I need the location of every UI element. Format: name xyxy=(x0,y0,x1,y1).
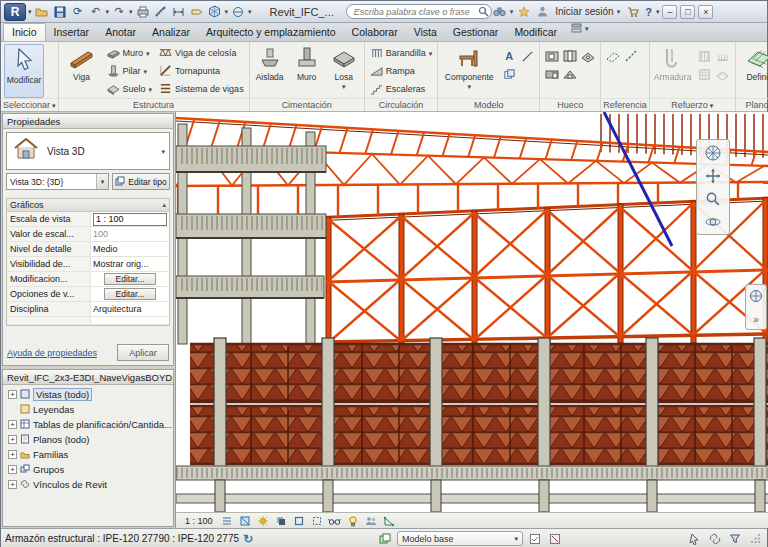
opciones-editar-button[interactable]: Editar... xyxy=(104,288,156,300)
hueco-muro-icon[interactable] xyxy=(543,65,561,83)
search-icon[interactable] xyxy=(478,6,489,17)
edit-type-button[interactable]: Editar tipo xyxy=(112,173,170,190)
browser-item-leyendas[interactable]: Leyendas xyxy=(3,402,173,417)
disciplina-select[interactable]: Arquitectura xyxy=(91,304,169,314)
crop-region-visibility-icon[interactable] xyxy=(309,514,325,528)
sign-in-person-icon[interactable] xyxy=(534,4,551,20)
pilar-button[interactable]: Pilar▾ xyxy=(105,62,155,80)
malla-lamina-icon[interactable] xyxy=(714,65,732,83)
press-drag-icon[interactable] xyxy=(687,531,703,546)
subscription-center-icon[interactable] xyxy=(515,4,532,20)
barandilla-button[interactable]: Barandilla▾ xyxy=(368,44,435,62)
redo-history-icon[interactable]: ▾ xyxy=(129,8,133,15)
print-icon[interactable] xyxy=(135,4,151,20)
tab-gestionar[interactable]: Gestionar xyxy=(445,24,507,41)
selection-filter-icon[interactable] xyxy=(727,531,743,546)
maximize-button[interactable]: □ xyxy=(680,5,695,19)
componente-dropdown-icon[interactable]: ▾ xyxy=(467,83,471,90)
shadows-icon[interactable] xyxy=(273,514,289,528)
project-browser-header[interactable]: Revit_IFC_2x3-E3DI_NaveVigasBOYD... xyxy=(3,370,173,385)
muro-cimentacion-button[interactable]: Muro xyxy=(290,44,324,98)
armadura-button[interactable]: Armadura xyxy=(653,44,693,98)
modificar-button[interactable]: Modificar xyxy=(4,44,44,98)
3d-view-icon[interactable] xyxy=(207,4,223,20)
browser-item-planos[interactable]: + Planos (todo) xyxy=(3,432,173,447)
tab-modificar[interactable]: Modificar xyxy=(506,24,565,41)
open-icon[interactable] xyxy=(34,4,50,20)
componente-button[interactable]: Componente ▾ xyxy=(441,44,497,98)
visibilidad-select[interactable]: Mostrar orig... xyxy=(91,259,169,269)
tab-colaborar[interactable]: Colaborar xyxy=(344,24,406,41)
redo-icon[interactable]: ↷ xyxy=(111,4,127,20)
view-scale-button[interactable]: 1 : 100 xyxy=(181,516,217,526)
minimize-button[interactable]: – xyxy=(662,5,677,19)
tab-anotar[interactable]: Anotar xyxy=(97,24,144,41)
grupo-modelo-icon[interactable] xyxy=(500,65,518,83)
search-options-icon[interactable]: ▾ xyxy=(510,8,514,15)
active-only-toggle-icon[interactable] xyxy=(527,531,543,546)
instance-selector[interactable]: Vista 3D: {3D} ▾ xyxy=(6,173,109,190)
wheel-expand-icon[interactable]: » xyxy=(753,314,759,325)
hueco-plano-icon[interactable] xyxy=(579,47,597,65)
3d-view-menu-icon[interactable]: ▾ xyxy=(225,8,229,15)
aislada-button[interactable]: Aislada xyxy=(253,44,287,98)
apply-button[interactable]: Aplicar xyxy=(117,344,169,361)
armadura-camino-icon[interactable] xyxy=(714,47,732,65)
tab-analizar[interactable]: Analizar xyxy=(144,24,198,41)
browser-item-grupos[interactable]: + Grupos xyxy=(3,462,173,477)
sun-path-icon[interactable] xyxy=(255,514,271,528)
escaleras-button[interactable]: Escaleras xyxy=(368,80,435,98)
help-button[interactable]: ? xyxy=(643,6,654,18)
plano-referencia-icon[interactable] xyxy=(604,47,622,65)
sync-icon[interactable]: ⟳ xyxy=(70,4,86,20)
exchange-apps-icon[interactable] xyxy=(624,4,641,20)
expand-icon[interactable]: + xyxy=(8,390,17,399)
help-menu-icon[interactable]: ▾ xyxy=(656,8,660,15)
exclude-links-icon[interactable] xyxy=(707,531,723,546)
save-icon[interactable] xyxy=(52,4,68,20)
tag-icon[interactable] xyxy=(189,4,205,20)
expand-icon[interactable]: + xyxy=(8,465,17,474)
panel-label-seleccionar[interactable]: Seleccionar▾ xyxy=(1,98,58,111)
type-selector-dropdown-icon[interactable]: ▾ xyxy=(161,148,165,155)
viga-button[interactable]: Viga xyxy=(62,44,102,98)
nivel-detalle-select[interactable]: Medio xyxy=(91,244,169,254)
panel-label-refuerzo[interactable]: Refuerzo▾ xyxy=(650,98,735,111)
aligned-dimension-icon[interactable] xyxy=(171,4,187,20)
suelo-button[interactable]: Suelo▾ xyxy=(105,80,155,98)
type-selector[interactable]: Vista 3D ▾ xyxy=(6,132,170,170)
expand-icon[interactable]: + xyxy=(8,420,17,429)
linea-referencia-icon[interactable] xyxy=(622,47,640,65)
expand-icon[interactable]: + xyxy=(8,435,17,444)
browser-item-familias[interactable]: + Familias xyxy=(3,447,173,462)
pan-icon[interactable] xyxy=(699,165,727,186)
undo-icon[interactable]: ↶ xyxy=(88,4,104,20)
tab-vista[interactable]: Vista xyxy=(406,24,445,41)
temporary-hide-isolate-icon[interactable] xyxy=(327,514,343,528)
infocenter-search-input[interactable] xyxy=(346,4,492,19)
design-options-icon[interactable] xyxy=(377,531,393,546)
3d-view-canvas[interactable] xyxy=(176,112,768,512)
worksharing-display-icon[interactable] xyxy=(363,514,379,528)
ribbon-state-menu-icon[interactable]: ▾ xyxy=(585,25,589,32)
hueco-por-cara-icon[interactable] xyxy=(543,47,561,65)
rampa-button[interactable]: Rampa xyxy=(368,62,435,80)
qat-customize-icon[interactable]: ▾ xyxy=(248,8,252,15)
muro-button[interactable]: Muro▾ xyxy=(105,44,155,62)
definir-button[interactable]: Definir xyxy=(739,44,768,98)
orbit-icon[interactable] xyxy=(699,211,727,232)
tab-insertar[interactable]: Insertar xyxy=(46,24,98,41)
properties-header[interactable]: Propiedades xyxy=(3,114,173,129)
hueco-buhardilla-icon[interactable] xyxy=(561,65,579,83)
viga-celosia-button[interactable]: Viga de celosía xyxy=(157,44,246,62)
crop-view-icon[interactable] xyxy=(291,514,307,528)
armadura-area-icon[interactable] xyxy=(696,47,714,65)
hueco-vertical-icon[interactable] xyxy=(561,47,579,65)
exclude-options-icon[interactable] xyxy=(547,531,563,546)
sign-in-button[interactable]: Iniciar sesión▾ xyxy=(555,6,620,17)
section-collapse-icon[interactable]: ▴ xyxy=(162,201,166,209)
undo-history-icon[interactable]: ▾ xyxy=(106,8,110,15)
linea-modelo-icon[interactable] xyxy=(518,47,536,65)
wheel-small-icon[interactable] xyxy=(749,289,763,305)
visual-style-icon[interactable] xyxy=(237,514,253,528)
